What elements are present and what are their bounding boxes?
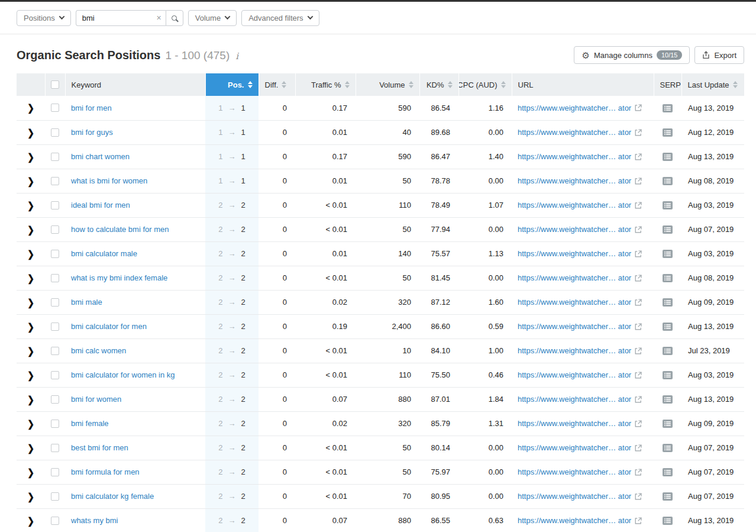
keyword-link[interactable]: bmi calculator male <box>71 249 137 258</box>
external-link-icon[interactable] <box>635 396 642 403</box>
external-link-icon[interactable] <box>635 153 642 160</box>
expand-row-icon[interactable]: ❯ <box>27 321 34 331</box>
keyword-link[interactable]: best bmi for men <box>71 443 128 452</box>
row-checkbox[interactable] <box>51 225 59 234</box>
search-button[interactable] <box>166 10 183 26</box>
row-checkbox[interactable] <box>51 347 59 355</box>
expand-row-icon[interactable]: ❯ <box>27 127 34 137</box>
select-all-checkbox[interactable] <box>51 80 59 89</box>
external-link-icon[interactable] <box>635 420 642 427</box>
external-link-icon[interactable] <box>635 372 642 379</box>
keyword-link[interactable]: bmi for guys <box>71 128 113 137</box>
keyword-link[interactable]: bmi calc women <box>71 346 126 355</box>
external-link-icon[interactable] <box>635 202 642 209</box>
expand-row-icon[interactable]: ❯ <box>27 272 34 283</box>
serp-snapshot-icon[interactable] <box>663 177 673 185</box>
serp-snapshot-icon[interactable] <box>663 323 673 331</box>
url-link[interactable]: https://www.weightwatcher… ator <box>518 467 631 476</box>
external-link-icon[interactable] <box>635 299 642 306</box>
advanced-filters-dropdown[interactable]: Advanced filters <box>241 10 319 26</box>
keyword-link[interactable]: bmi for men <box>71 104 112 112</box>
positions-filter-dropdown[interactable]: Positions <box>17 10 71 26</box>
keyword-search-input[interactable] <box>76 10 166 26</box>
clear-search-icon[interactable]: × <box>157 13 161 22</box>
url-link[interactable]: https://www.weightwatcher… ator <box>518 370 631 379</box>
url-link[interactable]: https://www.weightwatcher… ator <box>518 322 631 331</box>
url-link[interactable]: https://www.weightwatcher… ator <box>518 176 631 185</box>
keyword-link[interactable]: bmi calculator kg female <box>71 492 154 501</box>
serp-snapshot-icon[interactable] <box>663 274 673 282</box>
external-link-icon[interactable] <box>635 347 642 354</box>
external-link-icon[interactable] <box>635 250 642 257</box>
row-checkbox[interactable] <box>51 153 59 161</box>
url-link[interactable]: https://www.weightwatcher… ator <box>518 346 631 355</box>
external-link-icon[interactable] <box>635 104 642 111</box>
url-link[interactable]: https://www.weightwatcher… ator <box>518 225 631 234</box>
row-checkbox[interactable] <box>51 420 59 428</box>
row-checkbox[interactable] <box>51 371 59 379</box>
keyword-link[interactable]: what is my bmi index female <box>71 273 167 282</box>
serp-snapshot-icon[interactable] <box>663 420 673 428</box>
expand-row-icon[interactable]: ❯ <box>27 102 34 113</box>
external-link-icon[interactable] <box>635 444 642 452</box>
row-checkbox[interactable] <box>51 492 59 501</box>
serp-snapshot-icon[interactable] <box>663 225 673 234</box>
expand-row-icon[interactable]: ❯ <box>27 442 34 453</box>
row-checkbox[interactable] <box>51 468 59 476</box>
header-pos-sort[interactable]: Pos. <box>205 73 259 96</box>
volume-filter-dropdown[interactable]: Volume <box>188 10 237 26</box>
external-link-icon[interactable] <box>635 178 642 185</box>
row-checkbox[interactable] <box>51 104 59 112</box>
export-button[interactable]: Export <box>694 46 744 64</box>
expand-row-icon[interactable]: ❯ <box>27 199 34 210</box>
header-cpc-sort[interactable]: CPC (AUD) <box>458 73 512 96</box>
row-checkbox[interactable] <box>51 128 59 137</box>
url-link[interactable]: https://www.weightwatcher… ator <box>518 492 631 501</box>
keyword-link[interactable]: bmi for women <box>71 395 121 404</box>
serp-snapshot-icon[interactable] <box>663 128 673 137</box>
external-link-icon[interactable] <box>635 517 642 524</box>
expand-row-icon[interactable]: ❯ <box>27 151 34 162</box>
serp-snapshot-icon[interactable] <box>663 517 673 525</box>
expand-row-icon[interactable]: ❯ <box>27 345 34 356</box>
row-checkbox[interactable] <box>51 298 59 307</box>
expand-row-icon[interactable]: ❯ <box>27 491 34 501</box>
external-link-icon[interactable] <box>635 129 642 136</box>
row-checkbox[interactable] <box>51 274 59 282</box>
expand-row-icon[interactable]: ❯ <box>27 418 34 428</box>
serp-snapshot-icon[interactable] <box>663 250 673 258</box>
row-checkbox[interactable] <box>51 177 59 185</box>
row-checkbox[interactable] <box>51 444 59 452</box>
url-link[interactable]: https://www.weightwatcher… ator <box>518 298 631 307</box>
header-last-update-sort[interactable]: Last Update <box>681 73 744 96</box>
external-link-icon[interactable] <box>635 469 642 476</box>
url-link[interactable]: https://www.weightwatcher… ator <box>518 201 631 209</box>
expand-row-icon[interactable]: ❯ <box>27 394 34 404</box>
expand-row-icon[interactable]: ❯ <box>27 296 34 307</box>
url-link[interactable]: https://www.weightwatcher… ator <box>518 104 631 112</box>
keyword-link[interactable]: bmi male <box>71 298 102 307</box>
header-traffic-sort[interactable]: Traffic % <box>295 73 356 96</box>
url-link[interactable]: https://www.weightwatcher… ator <box>518 152 631 161</box>
keyword-link[interactable]: bmi calculator for men <box>71 322 147 331</box>
keyword-link[interactable]: bmi calculator for women in kg <box>71 370 175 379</box>
row-checkbox[interactable] <box>51 395 59 404</box>
row-checkbox[interactable] <box>51 250 59 258</box>
row-checkbox[interactable] <box>51 517 59 525</box>
url-link[interactable]: https://www.weightwatcher… ator <box>518 443 631 452</box>
expand-row-icon[interactable]: ❯ <box>27 224 34 234</box>
expand-row-icon[interactable]: ❯ <box>27 515 34 525</box>
external-link-icon[interactable] <box>635 226 642 233</box>
expand-row-icon[interactable]: ❯ <box>27 248 34 259</box>
header-diff-sort[interactable]: Diff. <box>259 73 295 96</box>
url-link[interactable]: https://www.weightwatcher… ator <box>518 395 631 404</box>
expand-row-icon[interactable]: ❯ <box>27 369 34 380</box>
keyword-link[interactable]: ideal bmi for men <box>71 201 130 209</box>
serp-snapshot-icon[interactable] <box>663 371 673 379</box>
serp-snapshot-icon[interactable] <box>663 153 673 161</box>
row-checkbox[interactable] <box>51 323 59 331</box>
serp-snapshot-icon[interactable] <box>663 104 673 112</box>
serp-snapshot-icon[interactable] <box>663 298 673 307</box>
serp-snapshot-icon[interactable] <box>663 201 673 209</box>
url-link[interactable]: https://www.weightwatcher… ator <box>518 419 631 428</box>
